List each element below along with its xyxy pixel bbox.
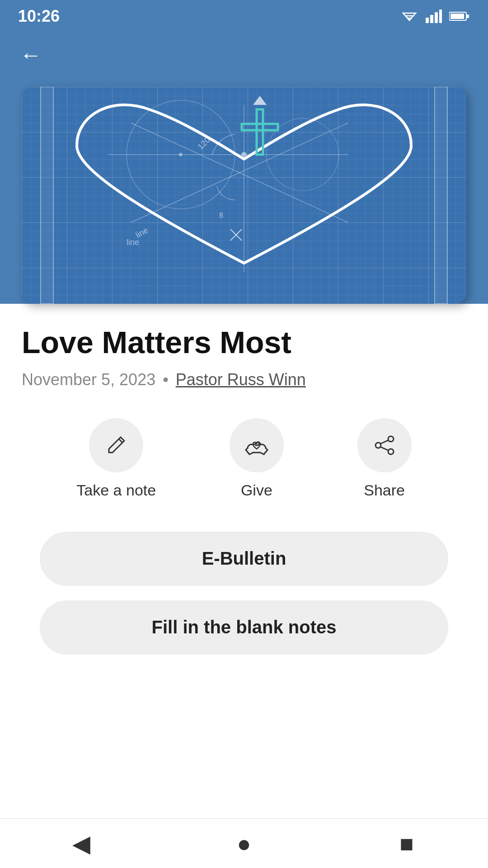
- action-row: Take a note Give: [22, 418, 466, 499]
- svg-rect-7: [41, 87, 53, 304]
- svg-point-29: [375, 443, 381, 448]
- status-icons: [400, 9, 470, 23]
- svg-rect-8: [435, 87, 447, 304]
- content-area: Love Matters Most November 5, 2023 • Pas…: [0, 304, 488, 655]
- svg-point-28: [388, 449, 394, 454]
- svg-line-31: [381, 447, 388, 450]
- svg-rect-6: [467, 14, 469, 18]
- nav-stop-icon: ■: [399, 830, 413, 857]
- give-button[interactable]: Give: [230, 418, 284, 499]
- nav-back-icon: ◀: [72, 830, 90, 857]
- nav-home-icon: ●: [237, 830, 251, 857]
- svg-point-24: [241, 152, 247, 157]
- svg-line-30: [381, 440, 388, 443]
- fill-in-blank-button[interactable]: Fill in the blank notes: [40, 600, 448, 655]
- nav-bar: ◀ ● ■: [0, 818, 488, 868]
- share-button[interactable]: Share: [357, 418, 412, 499]
- toolbar: ←: [0, 33, 488, 78]
- status-bar: 10:26: [0, 0, 488, 33]
- share-label: Share: [364, 481, 405, 499]
- pencil-icon: [104, 434, 128, 457]
- fill-in-blank-label: Fill in the blank notes: [152, 617, 337, 637]
- sermon-title: Love Matters Most: [22, 326, 466, 359]
- sermon-meta: November 5, 2023 • Pastor Russ Winn: [22, 370, 466, 389]
- sermon-date: November 5, 2023: [22, 370, 155, 389]
- svg-point-25: [179, 153, 183, 156]
- take-a-note-label: Take a note: [76, 481, 156, 499]
- share-icon: [373, 434, 396, 457]
- give-label: Give: [241, 481, 272, 499]
- svg-rect-5: [450, 14, 464, 19]
- back-arrow-icon: ←: [20, 44, 42, 66]
- hero-container: 120 line line 8: [0, 78, 488, 304]
- nav-stop-button[interactable]: ■: [384, 826, 429, 862]
- svg-marker-21: [253, 96, 267, 105]
- nav-back-button[interactable]: ◀: [59, 826, 104, 862]
- svg-rect-1: [430, 15, 433, 23]
- meta-separator: •: [163, 370, 169, 389]
- e-bulletin-label: E-Bulletin: [202, 548, 286, 569]
- svg-rect-2: [435, 12, 438, 23]
- svg-rect-3: [439, 9, 442, 23]
- battery-icon: [449, 11, 470, 22]
- svg-text:8: 8: [219, 212, 223, 219]
- status-time: 10:26: [18, 7, 60, 26]
- blueprint-svg: 120 line line 8: [22, 87, 466, 304]
- svg-rect-20: [242, 124, 278, 130]
- give-circle: [230, 418, 284, 472]
- hero-image: 120 line line 8: [22, 87, 466, 304]
- signal-icon: [426, 9, 442, 23]
- give-icon: [244, 434, 269, 457]
- share-circle: [357, 418, 412, 472]
- back-button[interactable]: ←: [16, 41, 45, 70]
- large-buttons: E-Bulletin Fill in the blank notes: [22, 532, 466, 655]
- svg-line-26: [119, 439, 122, 443]
- take-a-note-button[interactable]: Take a note: [76, 418, 156, 499]
- svg-point-27: [388, 436, 394, 442]
- svg-rect-0: [426, 18, 429, 23]
- sermon-pastor[interactable]: Pastor Russ Winn: [176, 370, 306, 389]
- e-bulletin-button[interactable]: E-Bulletin: [40, 532, 448, 586]
- take-a-note-circle: [89, 418, 143, 472]
- nav-home-button[interactable]: ●: [221, 826, 267, 862]
- svg-text:line: line: [127, 238, 139, 247]
- wifi-icon: [400, 9, 418, 23]
